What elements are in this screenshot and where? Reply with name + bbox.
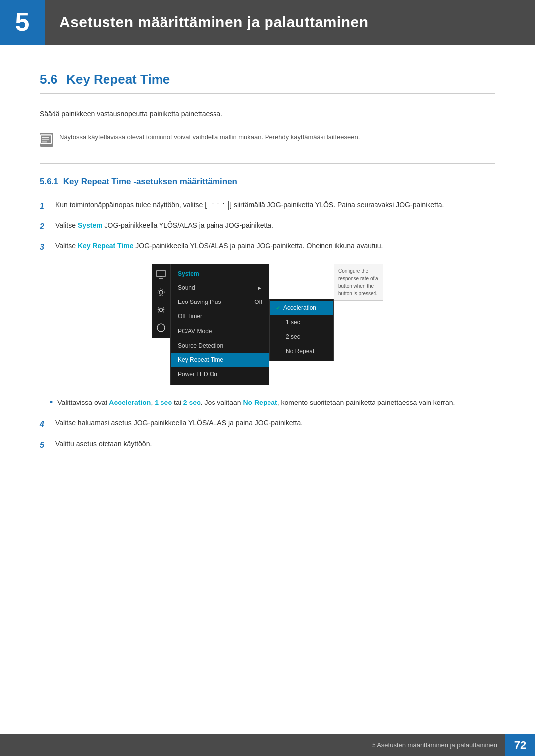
intro-text: Säädä painikkeen vastausnopeutta painike…: [40, 108, 495, 120]
section-title-text: Key Repeat Time: [66, 72, 170, 87]
submenu-acceleration-label: Acceleration: [283, 303, 316, 313]
menu-item-keyrepeat: Key Repeat Time: [171, 353, 269, 367]
step2-bold: System: [78, 221, 103, 229]
menu-item-powerled-label: Power LED On: [178, 370, 217, 379]
bullet-list: • Valittavissa ovat Acceleration, 1 sec …: [50, 397, 495, 408]
menu-item-pcav-label: PC/AV Mode: [178, 327, 212, 336]
svg-rect-4: [157, 270, 165, 277]
info-icon-item: i: [155, 321, 167, 334]
menu-section-label: System: [171, 267, 269, 281]
steps-list: 1 Kun toimintonäppäinopas tulee näyttöön…: [40, 200, 495, 254]
subsection-number: 5.6.1: [40, 177, 58, 186]
pencil-icon: [40, 134, 54, 145]
info-icon: i: [156, 323, 166, 333]
submenu-1sec: 1 sec: [270, 315, 333, 330]
menu-item-offtimer-label: Off Timer: [178, 312, 202, 321]
bold-2sec: 2 sec: [183, 399, 201, 406]
submenu-1sec-label: 1 sec: [286, 318, 300, 327]
menu-arrow-sound: ►: [257, 284, 262, 292]
section-title: 5.6Key Repeat Time: [40, 69, 495, 94]
step-num-1: 1: [40, 200, 49, 213]
content-area: 5.6Key Repeat Time Säädä painikkeen vast…: [0, 45, 535, 498]
page-header: 5 Asetusten määrittäminen ja palauttamin…: [0, 0, 535, 45]
menu-item-eco: Eco Saving Plus Off: [171, 295, 269, 309]
menu-item-source: Source Detection: [171, 339, 269, 353]
bullet-item-1: • Valittavissa ovat Acceleration, 1 sec …: [50, 397, 495, 408]
chapter-number: 5: [15, 1, 30, 43]
step-2: 2 Valitse System JOG-painikkeella YLÖS/A…: [40, 220, 495, 233]
bullet-dot: •: [50, 397, 53, 408]
step-text-5: Valittu asetus otetaan käyttöön.: [55, 438, 495, 450]
menu-item-powerled: Power LED On: [171, 367, 269, 382]
step-4: 4 Valitse haluamasi asetus JOG-painikkee…: [40, 417, 495, 431]
tooltip-panel: Configure the response rate of a button …: [334, 264, 383, 301]
submenu-2sec-label: 2 sec: [286, 332, 300, 342]
submenu-acceleration: ✓ Acceleration: [270, 301, 333, 315]
menu-item-sound-label: Sound: [178, 283, 195, 293]
step-3: 3 Valitse Key Repeat Time JOG-painikkeel…: [40, 240, 495, 253]
menu-item-keyrepeat-label: Key Repeat Time: [178, 355, 223, 365]
monitor-icon: [156, 269, 166, 279]
svg-point-8: [159, 290, 163, 294]
step-num-2: 2: [40, 220, 49, 233]
step-text-4: Valitse haluamasi asetus JOG-painikkeell…: [55, 417, 495, 429]
footer-page-number: 72: [505, 734, 535, 756]
submenu-panel: ✓ Acceleration 1 sec 2 sec No Repeat: [269, 299, 334, 361]
step-num-3: 3: [40, 240, 49, 253]
menu-screenshot: i System Sound ► Eco Saving Plus Off Off…: [40, 264, 495, 386]
gear-icon-item: [155, 303, 167, 316]
svg-point-10: [160, 308, 163, 311]
bold-acceleration: Acceleration: [109, 399, 151, 406]
bold-norepeat: No Repeat: [243, 399, 277, 406]
chapter-number-box: 5: [0, 0, 45, 45]
step-num-4: 4: [40, 417, 49, 431]
bold-1sec: 1 sec: [155, 399, 172, 406]
monitor-icon-item: [155, 268, 167, 281]
menu-item-offtimer: Off Timer: [171, 309, 269, 324]
tooltip-text: Configure the response rate of a button …: [338, 268, 378, 296]
note-box: Näytössä käytettävissä olevat toiminnot …: [40, 130, 495, 149]
submenu-norepeat-label: No Repeat: [286, 347, 314, 356]
note-text: Näytössä käytettävissä olevat toiminnot …: [59, 132, 360, 142]
page-footer: 5 Asetusten määrittäminen ja palauttamin…: [0, 734, 535, 756]
icon-bar: i: [152, 264, 170, 338]
menu-container: i System Sound ► Eco Saving Plus Off Off…: [152, 264, 383, 386]
menu-item-source-label: Source Detection: [178, 341, 223, 351]
checkmark-acceleration: ✓: [276, 304, 280, 313]
subsection-title: 5.6.1Key Repeat Time -asetuksen määrittä…: [40, 175, 495, 188]
settings-icon-item: [155, 286, 167, 299]
submenu-2sec: 2 sec: [270, 330, 333, 344]
step-5: 5 Valittu asetus otetaan käyttöön.: [40, 438, 495, 452]
menu-item-sound: Sound ►: [171, 281, 269, 295]
step-text-2: Valitse System JOG-painikkeella YLÖS/ALA…: [55, 220, 495, 231]
menu-item-eco-label: Eco Saving Plus: [178, 298, 221, 307]
svg-point-9: [158, 289, 164, 296]
step3-bold: Key Repeat Time: [78, 242, 134, 250]
submenu-norepeat: No Repeat: [270, 344, 333, 358]
note-icon: [40, 133, 54, 147]
menu-item-eco-value: Off: [254, 298, 262, 307]
main-menu-panel: System Sound ► Eco Saving Plus Off Off T…: [170, 264, 269, 386]
step-num-5: 5: [40, 438, 49, 452]
gear-icon: [156, 305, 166, 315]
header-title: Asetusten määrittäminen ja palauttaminen: [45, 10, 369, 34]
footer-text: 5 Asetusten määrittäminen ja palauttamin…: [372, 740, 505, 751]
divider: [40, 163, 495, 164]
step-1: 1 Kun toimintonäppäinopas tulee näyttöön…: [40, 200, 495, 213]
step-text-3: Valitse Key Repeat Time JOG-painikkeella…: [55, 240, 495, 252]
bullet-text: Valittavissa ovat Acceleration, 1 sec ta…: [57, 397, 455, 408]
step-text-1: Kun toimintonäppäinopas tulee näyttöön, …: [55, 200, 495, 211]
menu-item-pcav: PC/AV Mode: [171, 324, 269, 339]
settings-icon: [156, 287, 166, 297]
svg-text:i: i: [160, 325, 161, 332]
subsection-title-text: Key Repeat Time -asetuksen määrittäminen: [63, 177, 237, 186]
section-number: 5.6: [40, 72, 57, 87]
steps-list-2: 4 Valitse haluamasi asetus JOG-painikkee…: [40, 417, 495, 452]
